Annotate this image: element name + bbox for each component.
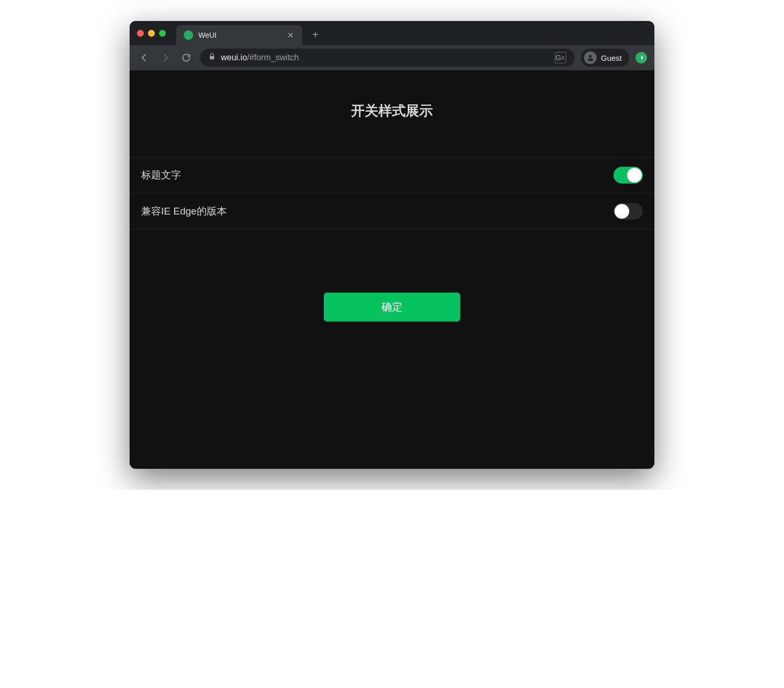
wechat-icon [184, 30, 193, 40]
profile-chip[interactable]: Guest [581, 49, 629, 67]
browser-tab[interactable]: WeUI ✕ [176, 25, 302, 45]
window-controls [137, 30, 166, 37]
profile-label: Guest [601, 53, 622, 62]
page-title: 开关样式展示 [130, 70, 654, 157]
tab-strip: WeUI ✕ + [130, 21, 654, 45]
forward-button[interactable] [158, 50, 173, 65]
maximize-window-button[interactable] [159, 30, 166, 37]
svg-point-2 [589, 55, 591, 58]
tab-title: WeUI [198, 31, 280, 39]
switch-toggle-ie-edge[interactable] [613, 203, 643, 220]
extension-icon[interactable] [635, 52, 647, 63]
switch-row: 标题文字 [130, 157, 654, 194]
back-button[interactable] [137, 50, 152, 65]
button-area: 确定 [130, 230, 654, 342]
reload-button[interactable] [179, 50, 194, 65]
svg-point-1 [189, 34, 192, 36]
browser-window: WeUI ✕ + weui.io/#form_switch G文 [130, 21, 654, 469]
switch-knob [627, 168, 642, 182]
url-path: /#form_switch [247, 53, 299, 62]
switch-list: 标题文字 兼容IE Edge的版本 [130, 157, 654, 230]
switch-label: 兼容IE Edge的版本 [141, 205, 227, 218]
confirm-button[interactable]: 确定 [324, 293, 460, 321]
url-text: weui.io/#form_switch [221, 53, 299, 62]
close-window-button[interactable] [137, 30, 144, 37]
switch-row: 兼容IE Edge的版本 [130, 194, 654, 230]
switch-knob [615, 204, 629, 219]
avatar-icon [584, 51, 597, 64]
translate-icon[interactable]: G文 [555, 52, 566, 63]
svg-point-0 [185, 34, 187, 36]
switch-toggle-title[interactable] [613, 167, 643, 184]
browser-toolbar: weui.io/#form_switch G文 Guest [130, 45, 654, 70]
new-tab-button[interactable]: + [308, 27, 323, 42]
url-domain: weui.io [221, 53, 247, 62]
minimize-window-button[interactable] [148, 30, 155, 37]
close-tab-button[interactable]: ✕ [285, 30, 295, 40]
address-bar[interactable]: weui.io/#form_switch G文 [200, 49, 575, 67]
page-content: 开关样式展示 标题文字 兼容IE Edge的版本 确定 [130, 70, 654, 469]
lock-icon [208, 53, 216, 62]
switch-label: 标题文字 [141, 168, 181, 182]
